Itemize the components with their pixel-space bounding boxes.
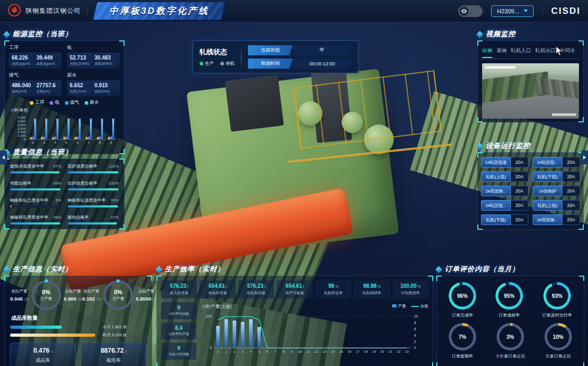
energy-metric-unit: 单耗(m³/t)	[95, 89, 118, 94]
device-label: 1#轧区辊道	[481, 157, 511, 168]
panel-title: 质量信息（当班）	[13, 147, 72, 157]
bar-legend-icon	[392, 304, 396, 307]
stat-unit: t	[302, 285, 304, 288]
energy-metric: 30.483单耗(kWh/t)	[95, 55, 118, 66]
view-select-dropdown[interactable]: H2309...	[491, 5, 534, 17]
legend-item: 煤气	[65, 99, 79, 106]
energy-metric-unit: 单耗(kgce/t)	[37, 62, 60, 66]
quality-value: 98%	[53, 215, 61, 220]
quality-bar-fill	[10, 205, 12, 207]
quality-item: 出炉温度合格率100%	[68, 180, 119, 190]
energy-metric-unit: 单耗(m³/t)	[12, 89, 35, 94]
device-label: 2#轧区辊...	[481, 200, 511, 211]
shift-badge-value: 甲	[293, 45, 352, 55]
energy-group-card: 6.652总耗(万m³)0.915单耗(m³/t)	[67, 80, 120, 96]
header-divider	[87, 6, 88, 16]
quality-label: 钢板终轧厚度命中率	[10, 214, 48, 220]
stat-unit: t	[225, 285, 227, 288]
quality-label-row: 超快冷温度命中率97%	[10, 163, 61, 169]
energy-chart-title: 小时单耗	[10, 107, 120, 114]
device-current-value: 20A	[562, 171, 580, 182]
actual-unit: 万t	[24, 297, 28, 301]
device-chip[interactable]: 轧机(上辊)20A	[533, 200, 580, 211]
video-tab-出钢[interactable]: 出钢	[482, 47, 492, 55]
energy-group: 电52.713总耗(万kWh)30.483单耗(kWh/t)	[67, 44, 120, 69]
device-label: 轧机(上辊)	[481, 171, 511, 182]
energy-metric-value: 39.449	[37, 55, 60, 61]
device-label: 轧机(下辊)	[481, 214, 511, 225]
svg-text:12: 12	[314, 350, 319, 353]
quality-label-row: 性能合格率99%	[10, 180, 61, 186]
device-chip[interactable]: 2#高压除...20A	[533, 214, 580, 225]
video-tab-装钢[interactable]: 装钢	[496, 47, 507, 55]
side-stat-label: 小时平均产量	[162, 332, 196, 337]
video-camera-tabs: 出钢装钢轧机入口轧机出口中间冷电加热	[482, 44, 579, 59]
device-label: 2#高压除...	[481, 186, 511, 196]
stat-label: 班产大板量	[277, 290, 312, 296]
energy-metric-value: 52.713	[70, 55, 93, 61]
panel-title: 视频监控	[486, 29, 516, 39]
eye-icon	[459, 6, 469, 16]
device-chip[interactable]: 2#轧区辊...20A	[533, 157, 580, 168]
panel-title: 生产信息（实时）	[13, 264, 72, 274]
device-chip[interactable]: 轧机(下辊)20A	[533, 171, 580, 182]
device-chip[interactable]: 1#轧区辊道20A	[481, 157, 528, 168]
legend-dot	[49, 101, 53, 105]
side-stat-value: 9	[162, 305, 196, 311]
shift-badge-label: 当前班组	[248, 45, 293, 55]
daily-progress-ring: 0% 日产量	[31, 280, 61, 310]
quality-value: 97%	[111, 215, 119, 220]
quality-label: 钢板终轧凸度命中率	[10, 197, 48, 203]
svg-text:4: 4	[54, 141, 56, 144]
svg-text:3: 3	[242, 350, 244, 353]
order-metric: 96%订单完成率	[449, 282, 476, 318]
svg-text:9: 9	[110, 141, 112, 144]
visibility-toggle[interactable]	[458, 5, 483, 17]
device-chip[interactable]: 轧机(上辊)20A	[481, 171, 528, 182]
stat-label: 班轧制坯量	[239, 290, 274, 296]
shift-badge: 当前班组 甲	[248, 45, 352, 55]
device-chip[interactable]: 2#高压除...20A	[481, 186, 528, 196]
svg-text:15: 15	[339, 350, 344, 353]
svg-text:8: 8	[283, 350, 285, 353]
quality-label: 钢板终轧温度命中率	[68, 197, 106, 203]
device-chip[interactable]: 1#加热炉20A	[533, 186, 580, 196]
quality-bar-fill	[68, 205, 118, 207]
quality-item: 性能合格率99%	[10, 180, 61, 190]
stat-unit: %	[334, 285, 338, 288]
collapse-left-panel-button[interactable]	[0, 151, 7, 164]
device-label: 1#加热炉	[533, 186, 562, 196]
device-label: 轧机(下辊)	[533, 171, 562, 182]
energy-group-name: 电	[67, 44, 120, 51]
chevron-left-icon	[2, 155, 5, 160]
device-chip[interactable]: 2#轧区辊...20A	[481, 200, 528, 211]
hour-output-chart-title: 小时产量(大板)	[202, 304, 232, 310]
svg-text:23: 23	[405, 350, 409, 353]
quality-bar-fill	[68, 188, 119, 190]
svg-text:19: 19	[372, 350, 376, 353]
legend-item: 新水	[85, 99, 99, 106]
legend-item: 停机	[220, 61, 235, 67]
stat-label: 轧制成材率	[354, 290, 389, 296]
shift-time-label: 班组时间	[248, 59, 293, 69]
line-status-title: 轧线状态	[200, 47, 235, 57]
video-tab-中间冷[interactable]: 中间冷	[560, 47, 575, 55]
order-evaluation-panel: 订单评价内容（当月） 96%订单完成率95%订单成材率93%订单及时交付率 7%…	[436, 264, 584, 366]
svg-text:0: 0	[217, 350, 219, 353]
video-tab-轧机出口[interactable]: 轧机出口	[535, 47, 556, 55]
collapse-right-panel-button[interactable]	[581, 151, 588, 164]
stock-unit: t	[126, 350, 127, 353]
legend-item: 生产	[200, 61, 214, 67]
efficiency-stat-card: 98 %轧机作业率	[316, 280, 351, 298]
cctv-video-thumbnail[interactable]	[482, 63, 579, 119]
quality-bar-track	[68, 188, 119, 190]
device-chip[interactable]: 轧机(下辊)20A	[481, 214, 528, 225]
hour-output-chart-legend: 产量块数	[392, 304, 428, 309]
energy-metric-unit: 单耗(kWh/t)	[95, 62, 118, 66]
daily-production-group: 实际产量 0.045 万t 0% 日产量 目标产量 0.900 万t	[10, 280, 82, 310]
legend-dot	[200, 62, 203, 65]
video-tab-轧机入口[interactable]: 轧机入口	[511, 47, 531, 55]
efficiency-side-stats: 9小时平均块数8.4小时平均产量9当前小时块数	[161, 302, 196, 363]
donut-label: 订单成材率	[495, 312, 523, 318]
quality-bar-fill	[68, 222, 117, 224]
